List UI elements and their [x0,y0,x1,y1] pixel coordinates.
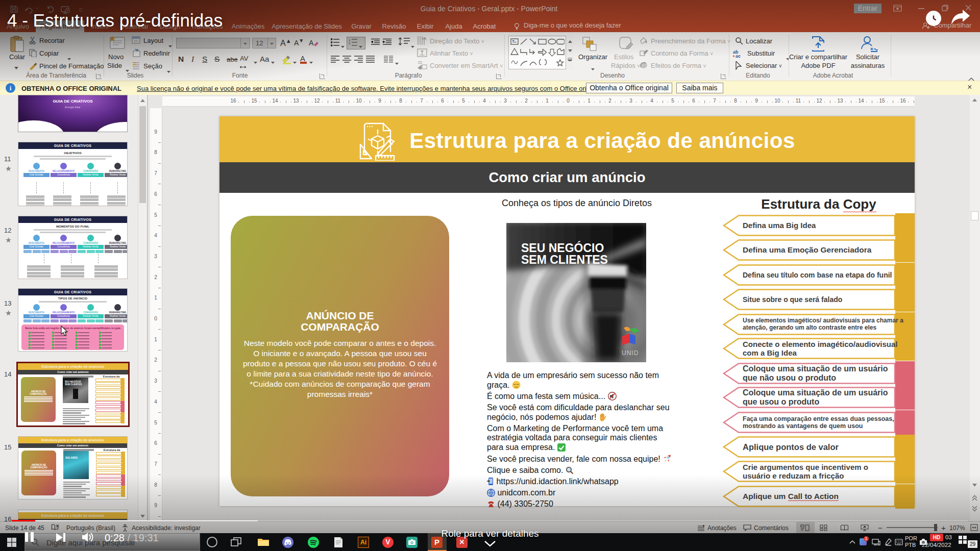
svg-text:2: 2 [349,42,351,45]
svg-text:A: A [424,36,427,41]
svg-text:SEU NEGÓCIO: SEU NEGÓCIO [521,241,604,255]
svg-text:A: A [309,39,314,47]
svg-text:ac: ac [736,54,741,58]
svg-text:UNID: UNID [622,349,639,357]
svg-text:SEM CLIENTES: SEM CLIENTES [521,253,608,266]
